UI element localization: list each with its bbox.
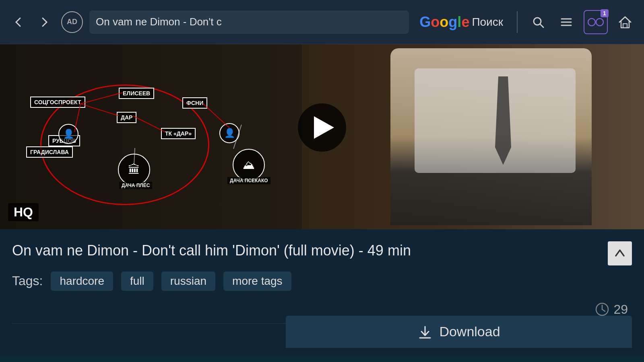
box-socgosprojekt: СОЦГОСПРОЕКТ [30, 97, 85, 108]
video-title: On vam ne Dimon - Don't call him 'Dimon'… [12, 241, 632, 260]
person-icon-right: 👤 [219, 123, 239, 143]
view-count-area: 29 [595, 302, 628, 317]
download-button[interactable]: Download [286, 316, 632, 348]
svg-line-20 [602, 309, 605, 311]
box-fsni: ФСНИ [182, 97, 207, 109]
glasses-button[interactable]: 1 [584, 10, 608, 34]
search-label: Поиск [472, 16, 503, 29]
hq-badge: HQ [8, 203, 39, 221]
play-triangle-icon [314, 116, 334, 139]
person-icon-left: 👤 [58, 124, 78, 144]
svg-line-8 [588, 21, 588, 22]
dacha-psekako-label: ДАЧА ПСЕКАКО [227, 177, 270, 184]
tags-label: Tags: [12, 274, 43, 288]
menu-button[interactable] [555, 11, 577, 33]
clock-icon [595, 302, 609, 317]
search-button[interactable] [527, 11, 549, 33]
content-area: On vam ne Dimon - Don't call him 'Dimon'… [0, 229, 644, 356]
svg-line-1 [540, 24, 543, 27]
address-bar[interactable]: On vam ne Dimon - Don't c [89, 10, 409, 34]
ad-badge: AD [61, 11, 83, 33]
tag-more-tags[interactable]: more tags [223, 272, 291, 291]
svg-rect-10 [623, 24, 627, 28]
tag-hardcore[interactable]: hardcore [51, 272, 113, 291]
scroll-up-button[interactable] [608, 241, 632, 265]
box-tk-dar: ТК «ДАР» [161, 128, 196, 139]
box-dar: ДАР [117, 112, 136, 123]
bottom-row: 29 [12, 302, 632, 317]
tags-row: Tags: hardcore full russian more tags [12, 272, 632, 291]
forward-button[interactable] [35, 12, 55, 32]
tag-russian[interactable]: russian [161, 272, 215, 291]
home-button[interactable] [614, 11, 636, 33]
tag-full[interactable]: full [121, 272, 153, 291]
google-search-area[interactable]: Google Поиск [415, 14, 507, 31]
divider [517, 11, 518, 33]
address-text: On vam ne Dimon - Don't c [96, 16, 222, 28]
play-button[interactable] [298, 103, 346, 152]
mountain-icon: ⛰ [233, 149, 265, 181]
download-icon [417, 324, 433, 339]
video-player[interactable]: СОЦГОСПРОЕКТ ЕЛИСЕЕВ ФСНИ ДАР ТК «ДАР» Р… [0, 44, 644, 229]
dacha-ples-label: ДАЧА ПЛЁС [119, 182, 152, 189]
view-count: 29 [613, 302, 628, 317]
diagram-area: СОЦГОСПРОЕКТ ЕЛИСЕЕВ ФСНИ ДАР ТК «ДАР» Р… [0, 44, 302, 229]
svg-point-5 [588, 19, 595, 26]
back-button[interactable] [8, 12, 28, 32]
browser-bar: AD On vam ne Dimon - Don't c Google Поис… [0, 0, 644, 44]
download-label: Download [439, 324, 500, 339]
box-gradislava: ГРАДИСЛАВА [26, 146, 73, 158]
glasses-badge: 1 [601, 9, 609, 17]
google-logo-g: Google [419, 14, 469, 31]
box-eliseev: ЕЛИСЕЕВ [119, 88, 154, 99]
svg-point-6 [596, 19, 603, 26]
building-icon: 🏛 [118, 154, 150, 186]
